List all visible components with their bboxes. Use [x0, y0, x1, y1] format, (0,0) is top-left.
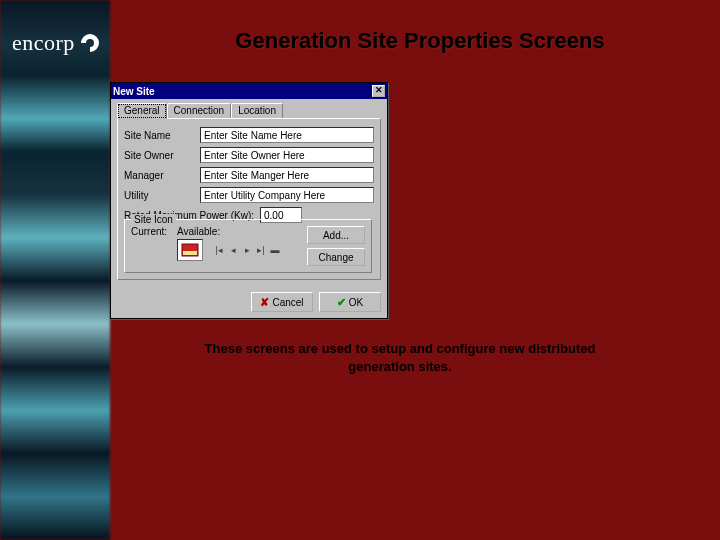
decorative-background-strip — [0, 0, 110, 540]
dialog-title-text: New Site — [113, 86, 155, 97]
nav-prev-button[interactable]: ◂ — [227, 245, 239, 255]
site-owner-value: Enter Site Owner Here — [204, 150, 305, 161]
site-owner-input[interactable]: Enter Site Owner Here — [200, 147, 374, 163]
ok-icon: ✔ — [337, 296, 346, 309]
available-icon-label: Available: — [177, 226, 227, 237]
brand-mark-icon — [77, 30, 103, 56]
dialog-titlebar[interactable]: New Site ✕ — [111, 83, 387, 99]
tab-strip: General Connection Location — [117, 103, 381, 119]
manager-label: Manager — [124, 170, 196, 181]
tab-connection[interactable]: Connection — [167, 103, 232, 119]
svg-rect-0 — [77, 30, 103, 56]
site-name-value: Enter Site Name Here — [204, 130, 302, 141]
cancel-button[interactable]: ✘ Cancel — [251, 292, 313, 312]
close-icon: ✕ — [375, 85, 383, 95]
utility-value: Enter Utility Company Here — [204, 190, 325, 201]
nav-next-button[interactable]: ▸ — [241, 245, 253, 255]
current-icon-label: Current: — [131, 226, 171, 237]
new-site-dialog: New Site ✕ General Connection Location S… — [110, 82, 388, 319]
icon-nav-controls: |◂ ◂ ▸ ▸| ▬ — [213, 245, 281, 255]
change-icon-button[interactable]: Change — [307, 248, 365, 266]
utility-label: Utility — [124, 190, 196, 201]
site-name-label: Site Name — [124, 130, 196, 141]
svg-rect-3 — [183, 251, 197, 255]
manager-input[interactable]: Enter Site Manger Here — [200, 167, 374, 183]
site-thumbnail-icon — [181, 243, 199, 257]
nav-last-button[interactable]: ▸| — [255, 245, 267, 255]
site-owner-label: Site Owner — [124, 150, 196, 161]
ok-button[interactable]: ✔ OK — [319, 292, 381, 312]
tab-panel-general: Site Name Enter Site Name Here Site Owne… — [117, 118, 381, 280]
slide-caption: These screens are used to setup and conf… — [200, 340, 600, 375]
ok-button-label: OK — [349, 297, 363, 308]
tab-location-label: Location — [238, 105, 276, 116]
dialog-footer: ✘ Cancel ✔ OK — [111, 286, 387, 318]
change-icon-button-label: Change — [318, 252, 353, 263]
nav-first-button[interactable]: |◂ — [213, 245, 225, 255]
svg-point-1 — [88, 35, 92, 39]
add-icon-button-label: Add... — [323, 230, 349, 241]
brand-logo-text: encorp — [12, 30, 75, 56]
tab-location[interactable]: Location — [231, 103, 283, 119]
tab-connection-label: Connection — [174, 105, 225, 116]
cancel-icon: ✘ — [260, 296, 269, 309]
site-name-input[interactable]: Enter Site Name Here — [200, 127, 374, 143]
slide-title: Generation Site Properties Screens — [200, 28, 640, 54]
icon-thumbnail[interactable] — [177, 239, 203, 261]
tab-general[interactable]: General — [117, 103, 167, 119]
manager-value: Enter Site Manger Here — [204, 170, 309, 181]
utility-input[interactable]: Enter Utility Company Here — [200, 187, 374, 203]
site-icon-legend: Site Icon — [131, 214, 176, 225]
add-icon-button[interactable]: Add... — [307, 226, 365, 244]
brand-logo: encorp — [12, 18, 102, 68]
close-button[interactable]: ✕ — [372, 85, 385, 97]
tab-general-label: General — [124, 105, 160, 116]
nav-stop-button[interactable]: ▬ — [269, 245, 281, 255]
site-icon-group: Site Icon Current: Available: |◂ — [124, 219, 372, 273]
cancel-button-label: Cancel — [272, 297, 303, 308]
